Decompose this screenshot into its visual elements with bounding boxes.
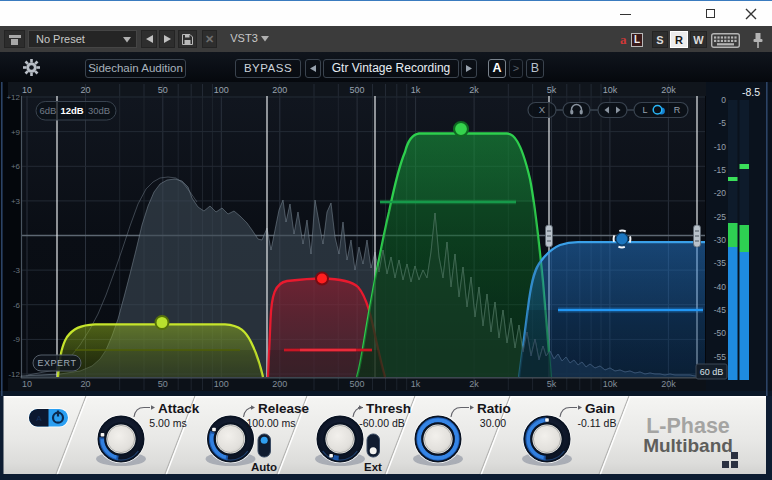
svg-text:Multiband: Multiband xyxy=(643,435,733,456)
svg-text:60 dB: 60 dB xyxy=(700,367,724,377)
svg-text:1k: 1k xyxy=(411,379,421,389)
svg-text:-30: -30 xyxy=(714,235,727,245)
svg-text:+9: +9 xyxy=(11,128,21,137)
svg-text:L: L xyxy=(642,105,647,115)
svg-text:30.00: 30.00 xyxy=(480,417,506,429)
svg-text:Gain: Gain xyxy=(585,401,615,416)
svg-text:20: 20 xyxy=(80,85,90,95)
svg-text:R: R xyxy=(674,105,681,115)
svg-text:10k: 10k xyxy=(603,85,618,95)
svg-text:5.00 ms: 5.00 ms xyxy=(149,417,186,429)
svg-text:0: 0 xyxy=(721,95,726,105)
svg-text:Attack: Attack xyxy=(158,401,200,416)
svg-text:10k: 10k xyxy=(603,379,618,389)
svg-text:Release: Release xyxy=(258,401,310,416)
svg-text:10: 10 xyxy=(22,379,32,389)
svg-text:-9: -9 xyxy=(13,335,21,344)
svg-text:-0.11 dB: -0.11 dB xyxy=(578,417,617,429)
svg-text:-55: -55 xyxy=(714,352,727,362)
svg-text:5k: 5k xyxy=(547,85,557,95)
svg-text:200: 200 xyxy=(272,85,287,95)
svg-text:20: 20 xyxy=(80,379,90,389)
svg-text:-45: -45 xyxy=(714,305,727,315)
svg-text:-10: -10 xyxy=(714,142,727,152)
svg-text:100.00 ms: 100.00 ms xyxy=(246,417,295,429)
svg-text:-15: -15 xyxy=(714,165,727,175)
svg-text:20k: 20k xyxy=(661,85,676,95)
svg-text:Ext: Ext xyxy=(364,461,382,473)
svg-text:-6: -6 xyxy=(13,301,21,310)
svg-text:-25: -25 xyxy=(714,212,727,222)
svg-text:2k: 2k xyxy=(469,379,479,389)
svg-text:-8.5: -8.5 xyxy=(742,86,760,98)
svg-text:Auto: Auto xyxy=(251,461,277,473)
svg-text:-35: -35 xyxy=(714,258,727,268)
svg-text:-50: -50 xyxy=(714,328,727,338)
svg-text:-20: -20 xyxy=(714,188,727,198)
svg-text:+12: +12 xyxy=(6,93,20,102)
svg-text:-3: -3 xyxy=(13,266,21,275)
svg-text:100: 100 xyxy=(214,85,229,95)
svg-text:20k: 20k xyxy=(661,379,676,389)
svg-text:5k: 5k xyxy=(547,379,557,389)
svg-text:500: 500 xyxy=(350,379,365,389)
svg-text:50: 50 xyxy=(158,379,168,389)
svg-text:50: 50 xyxy=(158,85,168,95)
svg-text:Ratio: Ratio xyxy=(477,401,511,416)
svg-text:30dB: 30dB xyxy=(88,105,110,116)
svg-text:+6: +6 xyxy=(11,162,21,171)
svg-text:EXPERT: EXPERT xyxy=(38,358,77,368)
svg-text:Thresh: Thresh xyxy=(366,401,411,416)
svg-text:2k: 2k xyxy=(469,85,479,95)
svg-text:-5: -5 xyxy=(718,118,726,128)
svg-text:A: A xyxy=(36,414,42,423)
svg-text:500: 500 xyxy=(350,85,365,95)
svg-text:-12: -12 xyxy=(8,370,20,379)
svg-text:X: X xyxy=(539,104,546,115)
svg-text:12dB: 12dB xyxy=(60,105,83,116)
svg-text:-60.00 dB: -60.00 dB xyxy=(359,417,405,429)
svg-text:1k: 1k xyxy=(411,85,421,95)
svg-text:6dB: 6dB xyxy=(40,105,57,116)
svg-text:+3: +3 xyxy=(11,197,21,206)
svg-text:10: 10 xyxy=(22,85,32,95)
svg-text:100: 100 xyxy=(214,379,229,389)
svg-text:-40: -40 xyxy=(714,282,727,292)
svg-text:200: 200 xyxy=(272,379,287,389)
